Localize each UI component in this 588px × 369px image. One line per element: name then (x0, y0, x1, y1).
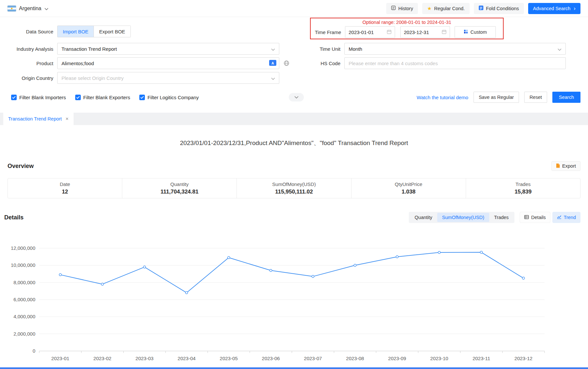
stat-value: 1.038 (352, 189, 466, 195)
industry-analysis-row: Industry Analysis Transaction Trend Repo… (0, 43, 279, 55)
regular-cond-label: Regular Cond. (434, 6, 465, 11)
time-unit-value: Month (349, 46, 362, 52)
horizontal-scrollbar[interactable] (0, 367, 588, 369)
tab-close-icon[interactable]: ✕ (65, 117, 69, 121)
time-frame-label: Time Frame (313, 29, 345, 35)
product-label: Product (0, 61, 57, 66)
reset-button[interactable]: Reset (524, 92, 547, 103)
checkbox-checked-icon (75, 95, 81, 100)
hs-code-row: HS Code (288, 57, 566, 69)
stat-value: 15,839 (466, 189, 580, 195)
tutorial-demo-link[interactable]: Watch the tutorial demo (417, 95, 468, 100)
data-source-toggle: Import BOE Export BOE (57, 26, 131, 37)
start-date-input[interactable]: 2023-01-01 (345, 26, 395, 38)
end-date-value: 2023-12-31 (404, 29, 429, 35)
time-unit-row: Time Unit Month (288, 43, 566, 55)
view-details-label: Details (531, 215, 545, 220)
export-boe-option[interactable]: Export BOE (94, 26, 130, 37)
stat-label: Quantity (122, 181, 236, 187)
svg-text:12,000,000: 12,000,000 (11, 245, 35, 251)
product-input[interactable] (57, 57, 279, 69)
details-header-row: Details Quantity SumOfMoney(USD) Trades … (0, 212, 588, 223)
svg-text:2023-04: 2023-04 (178, 356, 196, 361)
chevron-down-icon (271, 46, 275, 52)
filter-blank-exporters-checkbox[interactable]: Filter Blank Exporters (75, 95, 130, 100)
calendar-icon[interactable] (442, 29, 446, 35)
view-details-button[interactable]: Details (520, 212, 550, 223)
svg-text:2023-03: 2023-03 (135, 356, 153, 361)
industry-analysis-select[interactable]: Transaction Trend Report (57, 43, 279, 55)
view-toggle-group: Details Trend (520, 212, 580, 223)
filter-label: Filter Blank Importers (19, 95, 66, 100)
svg-text:6,000,000: 6,000,000 (13, 297, 35, 302)
export-button[interactable]: Export (551, 161, 580, 171)
translate-icon[interactable]: A (269, 60, 276, 66)
metric-tab-trades[interactable]: Trades (489, 213, 514, 222)
hs-code-input[interactable] (344, 57, 566, 69)
chevron-down-icon (558, 46, 562, 52)
import-boe-option[interactable]: Import BOE (58, 26, 94, 37)
calendar-icon[interactable] (387, 29, 391, 35)
origin-country-select[interactable]: Please select Origin Country (57, 72, 279, 84)
chevron-down-icon (271, 75, 275, 81)
svg-text:2023-02: 2023-02 (94, 356, 112, 361)
expand-conditions-button[interactable] (289, 93, 304, 101)
start-date-value: 2023-01-01 (349, 29, 374, 35)
data-source-label: Data Source (0, 29, 57, 34)
search-button[interactable]: Search (552, 92, 580, 103)
stat-value: 111,704,324.81 (122, 189, 236, 195)
metric-tab-sum-of-money[interactable]: SumOfMoney(USD) (437, 213, 489, 222)
product-row: Product A (0, 57, 289, 69)
chevron-down-icon (44, 6, 48, 11)
svg-text:2023-01: 2023-01 (51, 356, 69, 361)
svg-text:2023-08: 2023-08 (346, 356, 364, 361)
origin-country-label: Origin Country (0, 75, 57, 81)
data-source-row: Data Source Import BOE Export BOE (0, 26, 131, 37)
stat-label: Date (8, 181, 122, 187)
filter-label: Filter Blank Exporters (83, 95, 130, 100)
search-form: Data Source Import BOE Export BOE Option… (0, 17, 588, 113)
table-icon (524, 215, 529, 220)
save-as-regular-button[interactable]: Save as Regular (474, 92, 519, 103)
tab-transaction-trend-report[interactable]: Transaction Trend Report ✕ (3, 113, 74, 125)
stat-sum-of-money: SumOfMoney(USD) 115,950,111.02 (236, 178, 351, 198)
svg-text:A: A (271, 61, 274, 65)
optional-range-note: Optional range: 2008-01-01 to 2024-01-31 (311, 20, 503, 25)
topbar-actions: History ★ Regular Cond. Fold Conditions … (386, 3, 580, 14)
fold-conditions-button[interactable]: Fold Conditions (474, 3, 524, 14)
metric-tab-quantity[interactable]: Quantity (410, 213, 437, 222)
svg-text:8,000,000: 8,000,000 (13, 280, 35, 285)
stat-label: Trades (466, 181, 580, 187)
history-icon (391, 6, 396, 11)
svg-text:0: 0 (33, 348, 35, 354)
svg-text:2023-10: 2023-10 (430, 356, 448, 361)
origin-country-row: Origin Country Please select Origin Coun… (0, 72, 279, 84)
custom-range-button[interactable]: Custom (455, 26, 496, 38)
advanced-search-button[interactable]: Advanced Search › (528, 3, 580, 14)
time-frame-highlight-box: Optional range: 2008-01-01 to 2024-01-31… (310, 18, 504, 39)
report-tab-strip: Transaction Trend Report ✕ (0, 113, 588, 125)
view-trend-button[interactable]: Trend (552, 212, 580, 223)
time-unit-select[interactable]: Month (344, 43, 566, 55)
filter-blank-importers-checkbox[interactable]: Filter Blank Importers (11, 95, 66, 100)
country-selector[interactable]: Argentina (8, 6, 48, 11)
export-file-icon (556, 163, 560, 169)
time-unit-label: Time Unit (288, 46, 344, 52)
fold-conditions-label: Fold Conditions (486, 6, 519, 11)
history-button[interactable]: History (386, 3, 418, 14)
chevron-right-icon: › (574, 6, 576, 11)
report-title: 2023/01/01-2023/12/31,Product AND"Alimen… (0, 139, 588, 147)
report-content: 2023/01/01-2023/12/31,Product AND"Alimen… (0, 139, 588, 365)
svg-text:4,000,000: 4,000,000 (13, 314, 35, 319)
svg-text:2023-12: 2023-12 (514, 356, 532, 361)
regular-cond-button[interactable]: ★ Regular Cond. (422, 3, 470, 14)
svg-text:2023-07: 2023-07 (304, 356, 322, 361)
view-trend-label: Trend (564, 215, 576, 220)
trend-chart: 02,000,0004,000,0006,000,0008,000,00010,… (3, 233, 576, 364)
product-input-wrap: A (57, 57, 279, 69)
end-date-input[interactable]: 2023-12-31 (400, 26, 450, 38)
filter-checkbox-row: Filter Blank Importers Filter Blank Expo… (11, 92, 199, 102)
chevron-down-icon (294, 96, 299, 99)
topbar: Argentina History ★ Regular Cond. Fold C… (0, 0, 588, 17)
filter-logistics-company-checkbox[interactable]: Filter Logitics Company (139, 95, 199, 100)
